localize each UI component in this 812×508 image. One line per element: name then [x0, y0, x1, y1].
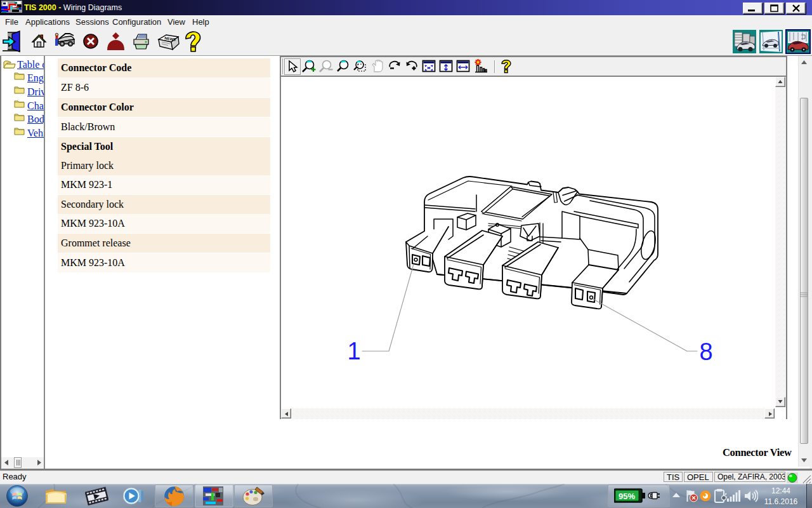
- svg-text:95%: 95%: [619, 491, 635, 501]
- svg-text:8: 8: [700, 338, 713, 365]
- svg-text:1: 1: [348, 338, 361, 364]
